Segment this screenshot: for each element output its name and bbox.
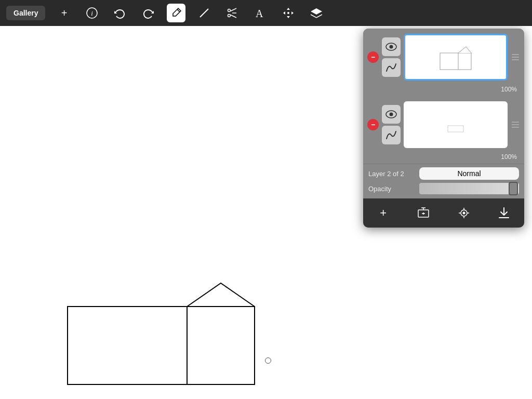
move-button[interactable] (279, 4, 298, 22)
svg-point-4 (228, 15, 231, 17)
add-layer-button[interactable]: + (372, 204, 395, 222)
svg-text:i: i (91, 9, 94, 17)
toolbar: Gallery + i (0, 0, 532, 26)
svg-rect-18 (448, 126, 463, 132)
svg-line-5 (231, 8, 237, 11)
opacity-slider[interactable] (419, 183, 519, 194)
layers-panel: − (363, 29, 524, 228)
add-group-button[interactable] (412, 204, 435, 222)
blend-mode-select[interactable]: Normal (419, 167, 519, 180)
blend-mode-layer-label: Layer 2 of 2 (368, 170, 415, 178)
merge-layers-button[interactable] (453, 204, 475, 222)
layer-2-visibility-button[interactable] (382, 105, 401, 124)
layer-2-row[interactable]: − (363, 96, 524, 153)
layer-2-curve-button[interactable] (382, 126, 401, 144)
layer-1-visibility-button[interactable] (382, 37, 401, 56)
download-button[interactable] (493, 204, 515, 222)
svg-point-29 (462, 212, 465, 215)
svg-line-6 (231, 15, 237, 18)
layer-1-remove-button[interactable]: − (367, 51, 379, 63)
svg-rect-9 (68, 307, 255, 384)
layer-2-remove-button[interactable]: − (367, 119, 379, 130)
layers-bottom-toolbar: + (363, 198, 524, 228)
layers-button[interactable] (307, 4, 326, 22)
layer-1-row[interactable]: − (363, 29, 524, 86)
transform-handle[interactable] (265, 357, 271, 364)
layer-2-percent: 100% (363, 153, 524, 164)
redo-button[interactable] (139, 4, 157, 22)
svg-line-2 (200, 9, 208, 17)
layer-1-drag-handle[interactable] (511, 54, 520, 60)
info-button[interactable]: i (83, 4, 101, 22)
layer-1-percent: 100% (363, 86, 524, 96)
stroke-button[interactable] (195, 4, 214, 22)
svg-point-17 (390, 113, 393, 116)
undo-button[interactable] (111, 4, 129, 22)
layer-1-thumbnail[interactable] (404, 34, 508, 81)
layer-1-curve-button[interactable] (382, 58, 401, 77)
opacity-thumb[interactable] (509, 182, 518, 195)
svg-point-3 (228, 9, 231, 12)
svg-point-13 (390, 45, 393, 49)
opacity-label: Opacity (368, 185, 415, 193)
layer-2-drag-handle[interactable] (511, 122, 520, 128)
text-button[interactable]: A (251, 4, 270, 22)
svg-text:A: A (256, 8, 263, 19)
svg-rect-14 (440, 53, 471, 70)
gallery-button[interactable]: Gallery (6, 6, 45, 20)
add-button[interactable]: + (55, 4, 73, 22)
scissors-button[interactable] (223, 4, 242, 22)
layer-2-thumbnail[interactable] (404, 101, 508, 148)
blend-opacity-area: Layer 2 of 2 Normal Opacity (363, 164, 524, 198)
house-drawing (62, 281, 260, 390)
brush-button[interactable] (167, 4, 185, 22)
